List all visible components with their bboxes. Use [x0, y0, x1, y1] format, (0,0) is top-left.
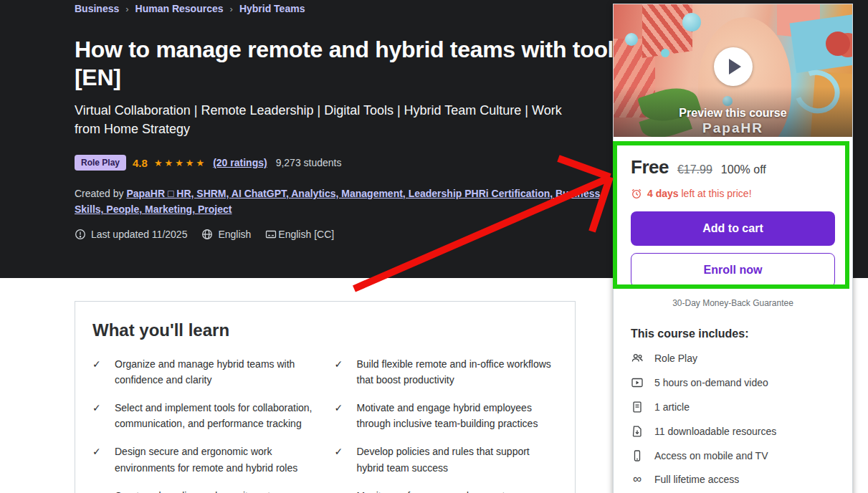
course-language: English: [201, 229, 251, 240]
course-includes-list: Role Play 5 hours on-demand video 1 arti…: [631, 352, 835, 493]
list-item: Access on mobile and TV: [631, 449, 835, 462]
discount-percent: 100% off: [721, 163, 766, 176]
star-rating-icon: ★★★★★: [154, 158, 206, 168]
update-icon: [75, 229, 86, 240]
learn-title: What you'll learn: [92, 320, 558, 340]
learn-item: ✓Monitor performance and support account…: [335, 488, 558, 493]
captions-text: English [CC]: [278, 229, 334, 240]
check-icon: ✓: [92, 488, 102, 493]
play-button[interactable]: [714, 47, 753, 86]
chevron-right-icon: ›: [230, 4, 233, 14]
breadcrumb-business[interactable]: Business: [75, 3, 119, 14]
check-icon: ✓: [92, 356, 102, 388]
play-icon: [729, 59, 741, 75]
instructor-link[interactable]: PapaHR □ HR, SHRM, AI ChatGPT, Analytics…: [75, 188, 600, 215]
list-item: 1 article: [631, 401, 835, 413]
learn-item: ✓Select and implement tools for collabor…: [92, 400, 316, 431]
ratings-count-link[interactable]: (20 ratings): [213, 157, 267, 168]
learn-item: ✓Create onboarding and recruitment strat…: [92, 488, 316, 493]
course-captions: English [CC]: [265, 229, 334, 240]
list-item: ∞ Full lifetime access: [631, 474, 835, 485]
course-includes-title: This course includes:: [631, 327, 835, 340]
students-count: 9,273 students: [276, 157, 342, 168]
course-preview-video[interactable]: Preview this course PapaHR: [614, 4, 852, 137]
check-icon: ✓: [92, 444, 102, 475]
alarm-clock-icon: [631, 188, 642, 199]
check-icon: ✓: [335, 356, 345, 388]
language-text: English: [218, 229, 251, 240]
rating-value: 4.8: [133, 157, 148, 169]
sale-countdown: 4 days left at this price!: [631, 188, 835, 199]
countdown-text: left at this price!: [681, 188, 751, 199]
breadcrumb: Business › Human Resources › Hybrid Team…: [75, 3, 305, 14]
course-title: How to manage remote and hybrid teams wi…: [75, 36, 626, 92]
learn-item: ✓Motivate and engage hybrid employees th…: [335, 400, 558, 431]
preview-course-label[interactable]: Preview this course: [614, 107, 852, 120]
check-icon: ✓: [92, 400, 102, 431]
learn-item: ✓Organize and manage hybrid teams with c…: [92, 356, 316, 388]
last-updated-text: Last updated 11/2025: [91, 229, 187, 240]
rating-row: Role Play 4.8 ★★★★★ (20 ratings) 9,273 s…: [75, 155, 342, 171]
article-icon: [631, 401, 644, 413]
list-item: Role Play: [631, 352, 835, 365]
learn-item: ✓Develop policies and rules that support…: [335, 444, 558, 475]
video-icon: [631, 376, 644, 389]
people-icon: [631, 352, 644, 365]
countdown-days: 4 days: [647, 188, 679, 199]
list-item: 11 downloadable resources: [631, 425, 835, 438]
price-row: Free €17.99 100% off: [631, 156, 835, 178]
learn-item: ✓Design secure and ergonomic work enviro…: [92, 444, 316, 475]
created-by-label: Created by: [75, 188, 123, 199]
brand-watermark: PapaHR: [614, 120, 852, 136]
enroll-now-button[interactable]: Enroll now: [631, 253, 835, 287]
original-price: €17.99: [677, 163, 712, 176]
course-subtitle: Virtual Collaboration | Remote Leadershi…: [75, 101, 576, 138]
role-play-badge: Role Play: [75, 155, 126, 171]
breadcrumb-hybrid-teams[interactable]: Hybrid Teams: [239, 3, 305, 14]
list-item: 5 hours on-demand video: [631, 376, 835, 389]
add-to-cart-button[interactable]: Add to cart: [631, 211, 835, 246]
what-you-will-learn-card: What you'll learn ✓Organize and manage h…: [75, 301, 576, 493]
breadcrumb-human-resources[interactable]: Human Resources: [135, 3, 224, 14]
download-icon: [631, 425, 644, 438]
check-icon: ✓: [335, 400, 345, 431]
money-back-guarantee: 30-Day Money-Back Guarantee: [631, 298, 835, 308]
chevron-right-icon: ›: [125, 4, 128, 14]
check-icon: ✓: [335, 444, 345, 475]
globe-icon: [201, 229, 213, 240]
created-by: Created by PapaHR □ HR, SHRM, AI ChatGPT…: [75, 186, 609, 218]
captions-icon: [265, 229, 277, 240]
current-price: Free: [631, 156, 669, 178]
infinity-icon: ∞: [631, 474, 644, 484]
check-icon: ✓: [335, 488, 345, 493]
mobile-icon: [631, 449, 644, 462]
purchase-sidebar: Preview this course PapaHR Free €17.99 1…: [613, 4, 853, 493]
course-meta-row: Last updated 11/2025 English English [CC…: [75, 229, 334, 240]
learn-item: ✓Build flexible remote and in-office wor…: [335, 356, 558, 388]
last-updated: Last updated 11/2025: [75, 229, 187, 240]
